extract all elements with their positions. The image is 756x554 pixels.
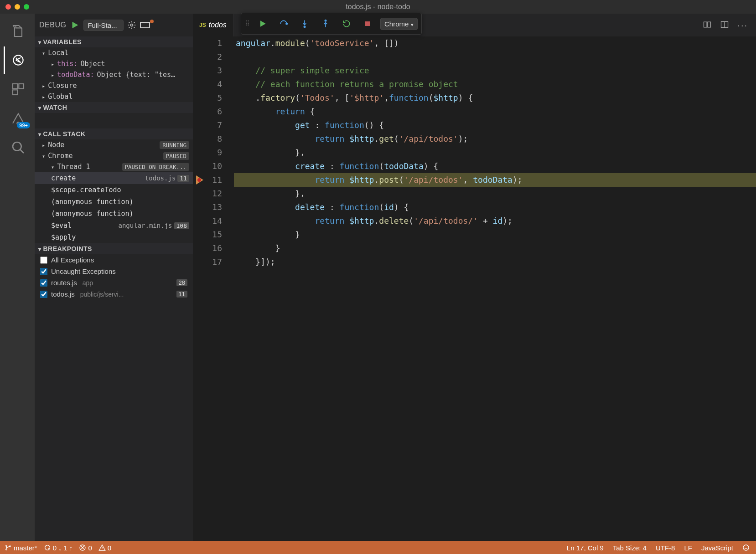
scope-closure[interactable]: Closure [35, 80, 193, 91]
scope-global[interactable]: Global [35, 91, 193, 102]
gear-icon[interactable] [127, 21, 136, 30]
code-line[interactable]: return $http.post('/api/todos', todoData… [234, 173, 756, 187]
stack-frame[interactable]: $apply [35, 231, 193, 243]
svg-rect-7 [140, 22, 150, 28]
session-node[interactable]: NodeRUNNING [35, 139, 193, 150]
code-line[interactable]: .factory('Todos', ['$http',function($htt… [234, 91, 756, 105]
continue-button[interactable] [253, 15, 273, 33]
breakpoints-header[interactable]: BREAKPOINTS [35, 243, 193, 254]
breakpoint-item[interactable]: All Exceptions [35, 254, 193, 266]
scm-badge: 99+ [17, 122, 30, 128]
step-over-button[interactable] [274, 15, 294, 33]
line-number: 1 [207, 36, 229, 50]
git-sync[interactable]: 0↓ 1↑ [44, 544, 73, 552]
line-number: 2 [207, 50, 229, 64]
code-line[interactable] [234, 50, 756, 64]
split-editor-icon[interactable] [720, 20, 729, 29]
breakpoint-item[interactable]: Uncaught Exceptions [35, 266, 193, 277]
open-launch-json-icon[interactable] [140, 21, 151, 30]
breakpoint-checkbox[interactable] [40, 256, 47, 264]
code-line[interactable]: } [234, 228, 756, 241]
line-number: 12 [207, 187, 229, 200]
code-line[interactable]: create : function(todoData) { [234, 159, 756, 173]
svg-point-6 [131, 24, 133, 26]
encoding[interactable]: UTF-8 [656, 544, 675, 552]
debug-config-select[interactable]: Full-Sta... [83, 20, 124, 31]
debug-sidebar: DEBUG Full-Sta... VARIABLES Local this: … [35, 14, 193, 541]
code-line[interactable]: }]); [234, 255, 756, 269]
tab-todos-js[interactable]: JS todos [193, 14, 233, 36]
code-line[interactable]: angular.module('todoService', []) [234, 36, 756, 50]
thread-1[interactable]: Thread 1PAUSED ON BREAK... [35, 161, 193, 172]
scm-icon[interactable]: 99+ [4, 105, 31, 132]
svg-point-5 [13, 142, 21, 151]
explorer-icon[interactable] [4, 17, 31, 45]
code-line[interactable]: // each function returns a promise objec… [234, 77, 756, 91]
svg-rect-11 [365, 21, 370, 26]
code-line[interactable]: }, [234, 187, 756, 200]
code-line[interactable]: delete : function(id) { [234, 200, 756, 214]
line-number: 5 [207, 91, 229, 105]
more-actions-icon[interactable]: ··· [737, 20, 748, 31]
line-number: 14 [207, 214, 229, 228]
code-line[interactable]: // super simple service [234, 64, 756, 77]
svg-point-16 [6, 549, 7, 550]
feedback-icon[interactable] [742, 544, 750, 551]
line-number: 8 [207, 132, 229, 146]
js-file-icon: JS [199, 22, 206, 28]
activity-bar: 99+ [0, 14, 35, 541]
stop-button[interactable] [357, 15, 378, 33]
problems-warnings[interactable]: 0 [98, 544, 111, 552]
debug-label: DEBUG [39, 21, 66, 29]
code-line[interactable]: return $http.delete('/api/todos/' + id); [234, 214, 756, 228]
var-todoData[interactable]: todoData: Object {text: "tes… [35, 69, 193, 80]
variables-header[interactable]: VARIABLES [35, 36, 193, 47]
stack-frame[interactable]: (anonymous function) [35, 196, 193, 208]
svg-point-10 [325, 20, 326, 21]
step-into-button[interactable] [295, 15, 315, 33]
stack-frame[interactable]: $evalangular.min.js108 [35, 220, 193, 231]
code-line[interactable]: get : function() { [234, 118, 756, 132]
breakpoint-checkbox[interactable] [40, 279, 47, 287]
toolbar-drag-handle[interactable]: ⠿ [243, 20, 252, 28]
scope-local[interactable]: Local [35, 47, 193, 58]
debug-target-select[interactable]: Chrome ▾ [380, 18, 418, 30]
restart-button[interactable] [337, 15, 357, 33]
svg-point-15 [6, 545, 7, 547]
git-branch[interactable]: master* [5, 544, 37, 552]
compare-changes-icon[interactable] [703, 20, 712, 29]
language-mode[interactable]: JavaScript [701, 544, 733, 552]
extensions-icon[interactable] [4, 76, 31, 103]
var-this[interactable]: this: Object [35, 58, 193, 69]
watch-header[interactable]: WATCH [35, 102, 193, 113]
breakpoint-marker[interactable] [196, 175, 203, 185]
code-line[interactable]: } [234, 241, 756, 255]
debug-icon[interactable] [4, 46, 31, 74]
code-editor[interactable]: 1234567891011121314151617 angular.module… [193, 36, 756, 541]
breakpoint-item[interactable]: todos.jspublic/js/servi...11 [35, 288, 193, 300]
svg-point-19 [743, 545, 749, 550]
start-debug-button[interactable] [70, 20, 80, 30]
eol[interactable]: LF [684, 544, 692, 552]
search-icon[interactable] [4, 134, 31, 161]
indentation[interactable]: Tab Size: 4 [613, 544, 647, 552]
breakpoint-item[interactable]: routes.jsapp28 [35, 277, 193, 288]
svg-rect-1 [13, 84, 18, 89]
session-chrome[interactable]: ChromePAUSED [35, 150, 193, 161]
callstack-header[interactable]: CALL STACK [35, 128, 193, 139]
step-out-button[interactable] [316, 15, 336, 33]
svg-rect-12 [704, 22, 707, 27]
cursor-position[interactable]: Ln 17, Col 9 [567, 544, 604, 552]
stack-frame[interactable]: createtodos.js11 [35, 172, 193, 184]
line-number: 9 [207, 146, 229, 159]
code-line[interactable]: }, [234, 146, 756, 159]
code-line[interactable]: return $http.get('/api/todos'); [234, 132, 756, 146]
stack-frame[interactable]: $scope.createTodo [35, 184, 193, 196]
breakpoint-checkbox[interactable] [40, 291, 47, 298]
breakpoint-checkbox[interactable] [40, 268, 47, 275]
problems-errors[interactable]: 0 [79, 544, 92, 552]
stack-frame[interactable]: (anonymous function) [35, 208, 193, 220]
svg-point-8 [286, 23, 287, 24]
line-number: 6 [207, 105, 229, 118]
code-line[interactable]: return { [234, 105, 756, 118]
